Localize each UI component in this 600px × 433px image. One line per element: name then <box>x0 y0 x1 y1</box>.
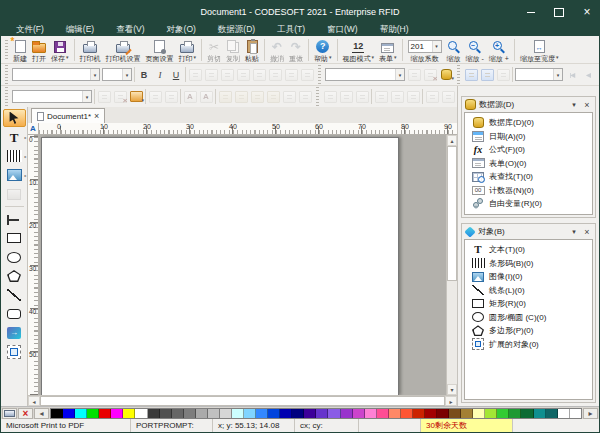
menu-datasource[interactable]: 数据源(D) <box>207 24 266 36</box>
tree-item-formula[interactable]: fx公式(F)(0) <box>471 143 590 157</box>
color-swatch[interactable] <box>304 409 316 418</box>
color-swatch[interactable] <box>534 409 546 418</box>
color-swatch[interactable] <box>365 409 377 418</box>
color-swatch[interactable] <box>208 409 220 418</box>
scroll-left-icon[interactable] <box>28 396 40 406</box>
add-table-button[interactable] <box>480 67 494 82</box>
data-sources-menu-icon[interactable] <box>569 101 579 109</box>
tree-item-date[interactable]: 日期(A)(0) <box>471 130 590 144</box>
color-swatch[interactable] <box>232 409 244 418</box>
color-swatch[interactable] <box>521 409 533 418</box>
color-swatch[interactable] <box>292 409 304 418</box>
ole-object-tool[interactable] <box>3 185 26 203</box>
scroll-right-icon[interactable] <box>445 396 457 406</box>
fit-to-objects-button[interactable] <box>390 89 404 104</box>
scroll-up-icon[interactable] <box>447 135 457 146</box>
same-height-button[interactable] <box>406 89 420 104</box>
align-objects-right-button[interactable] <box>234 89 248 104</box>
tab-close-icon[interactable] <box>94 112 99 121</box>
zoom-in-button[interactable]: +缩放 + <box>487 37 511 63</box>
font-size-combo[interactable] <box>102 68 132 81</box>
first-record-button[interactable]: |◀ <box>565 67 579 82</box>
align-right-button[interactable] <box>236 67 250 82</box>
zoom-button[interactable]: 缩放 <box>445 37 463 63</box>
menu-view[interactable]: 查看(V) <box>105 24 155 36</box>
color-swatch[interactable] <box>244 409 256 418</box>
printer-settings-button[interactable]: 打印机设置 <box>104 37 143 63</box>
tree-item-form[interactable]: 表单(O)(0) <box>471 157 590 171</box>
rotate-right-button[interactable] <box>199 89 213 104</box>
grid-button[interactable] <box>441 89 455 104</box>
menu-object[interactable]: 对象(O) <box>156 24 207 36</box>
lock-object-button[interactable] <box>97 89 111 104</box>
tree-item-table-lookup[interactable]: 表查找(T)(0) <box>471 170 590 184</box>
vertical-scrollbar[interactable] <box>446 135 457 395</box>
cut-button[interactable]: ✂剪切 <box>205 37 223 63</box>
color-swatch[interactable] <box>389 409 401 418</box>
menu-file[interactable]: 文件(F) <box>5 24 55 36</box>
zoom-out-button[interactable]: −缩放 - <box>464 37 486 63</box>
tree-item-extended[interactable]: 扩展的对象(0) <box>471 338 590 352</box>
color-swatch[interactable] <box>425 409 437 418</box>
line-spacing-decrease-button[interactable] <box>300 67 314 82</box>
line-tool[interactable] <box>3 210 26 228</box>
align-objects-top-button[interactable] <box>250 89 264 104</box>
tree-item-counter[interactable]: 00计数器(N)(0) <box>471 184 590 198</box>
minimize-icon[interactable] <box>525 6 537 18</box>
horizontal-scroll-thumb[interactable] <box>40 396 445 406</box>
open-button[interactable]: 打开 <box>30 37 48 63</box>
color-swatch[interactable] <box>220 409 232 418</box>
data-source-value-combo[interactable] <box>325 68 405 81</box>
color-swatch[interactable] <box>256 409 268 418</box>
database-button[interactable] <box>439 67 453 82</box>
tree-item-circle[interactable]: 圆形/椭圆 (C)(0) <box>471 311 590 325</box>
rectangle-tool[interactable] <box>3 229 26 247</box>
color-swatch[interactable] <box>75 409 87 418</box>
text-block-button[interactable] <box>268 67 282 82</box>
help-button[interactable]: ?帮助 <box>312 37 334 63</box>
color-swatch[interactable] <box>280 409 292 418</box>
color-swatch[interactable] <box>196 409 208 418</box>
color-swatch[interactable] <box>497 409 509 418</box>
horizontal-scrollbar[interactable] <box>28 395 457 406</box>
save-button[interactable]: 保存 <box>49 37 71 63</box>
previous-record-button[interactable]: ◀ <box>581 67 595 82</box>
polygon-tool[interactable] <box>3 267 26 285</box>
color-swatch[interactable] <box>87 409 99 418</box>
color-swatch[interactable] <box>172 409 184 418</box>
next-record-button[interactable]: ▶ <box>597 67 599 82</box>
distribute-horizontal-button[interactable] <box>323 89 337 104</box>
font-family-combo[interactable] <box>12 68 100 81</box>
data-sources-close-icon[interactable] <box>582 100 592 110</box>
line-spacing-increase-button[interactable] <box>284 67 298 82</box>
distribute-vertical-button[interactable] <box>339 89 353 104</box>
align-objects-bottom-button[interactable] <box>266 89 280 104</box>
color-swatch[interactable] <box>328 409 340 418</box>
color-swatch[interactable] <box>353 409 365 418</box>
close-icon[interactable] <box>581 6 593 18</box>
menu-help[interactable]: 帮助(H) <box>369 24 420 36</box>
view-mode-button[interactable]: 12视图模式 <box>341 37 377 63</box>
form-button[interactable]: 表单 <box>377 37 399 63</box>
scroll-down-icon[interactable] <box>447 384 457 395</box>
zoom-factor-combo[interactable]: 201缩放系数 <box>406 37 444 63</box>
same-width-button[interactable] <box>355 89 369 104</box>
color-swatch[interactable] <box>570 409 581 418</box>
text-settings-button[interactable] <box>188 67 202 82</box>
objects-panel-header[interactable]: 对象(B) <box>462 224 595 239</box>
record-combo[interactable] <box>515 68 563 81</box>
color-swatch[interactable] <box>135 409 147 418</box>
printer-button[interactable]: 打印机 <box>78 37 103 63</box>
color-swatch[interactable] <box>341 409 353 418</box>
page-setup-button[interactable]: 页面设置 <box>144 37 176 63</box>
oblique-line-tool[interactable] <box>3 286 26 304</box>
color-swatch[interactable] <box>160 409 172 418</box>
color-swatch[interactable] <box>123 409 135 418</box>
tree-item-rectangle[interactable]: 矩形(R)(0) <box>471 297 590 311</box>
text-tool[interactable]: T <box>3 128 26 146</box>
maximize-icon[interactable] <box>553 6 565 18</box>
color-swatch[interactable] <box>316 409 328 418</box>
color-swatch[interactable] <box>184 409 196 418</box>
group-button[interactable] <box>148 89 162 104</box>
color-swatch[interactable] <box>148 409 160 418</box>
